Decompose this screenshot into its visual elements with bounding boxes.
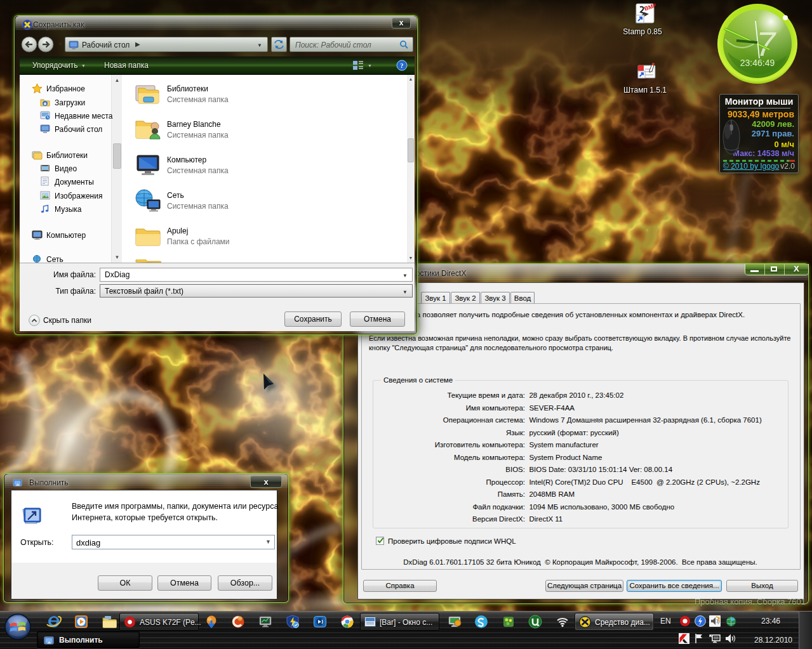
svg-text:?: ? — [400, 62, 404, 69]
svg-text:23:46:49: 23:46:49 — [740, 58, 775, 68]
